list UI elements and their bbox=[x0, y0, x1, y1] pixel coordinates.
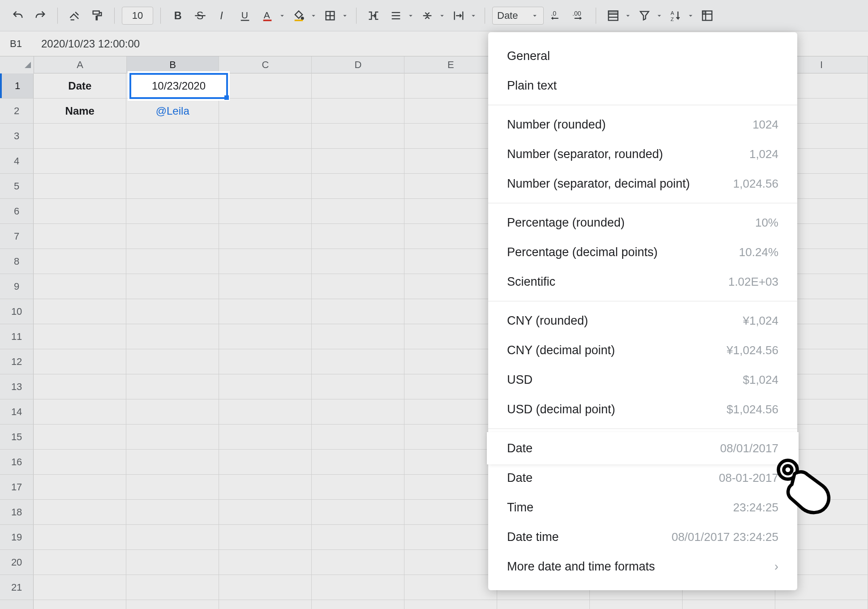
cell[interactable]: Name bbox=[34, 99, 126, 123]
cell[interactable] bbox=[404, 399, 497, 424]
format-menu-item[interactable]: Percentage (decimal points)10.24% bbox=[488, 237, 797, 267]
cell[interactable] bbox=[126, 199, 219, 223]
cell[interactable] bbox=[404, 575, 497, 600]
format-menu-item[interactable]: Percentage (rounded)10% bbox=[488, 208, 797, 237]
cell[interactable]: Date bbox=[34, 73, 126, 98]
cell[interactable] bbox=[34, 600, 126, 609]
cell[interactable] bbox=[312, 174, 404, 198]
cell[interactable] bbox=[34, 174, 126, 198]
cell[interactable] bbox=[404, 425, 497, 449]
format-painter-button[interactable] bbox=[87, 6, 107, 26]
cell[interactable] bbox=[404, 224, 497, 249]
cell[interactable] bbox=[590, 600, 683, 609]
cell[interactable] bbox=[219, 99, 312, 123]
cell[interactable] bbox=[219, 349, 312, 374]
cell[interactable] bbox=[34, 475, 126, 499]
col-header-E[interactable]: E bbox=[404, 56, 497, 73]
cell[interactable] bbox=[126, 224, 219, 249]
cell[interactable] bbox=[34, 425, 126, 449]
horizontal-align-button[interactable] bbox=[386, 6, 415, 26]
row-header[interactable]: 18 bbox=[0, 500, 34, 524]
clear-format-button[interactable] bbox=[65, 6, 85, 26]
cell[interactable] bbox=[126, 600, 219, 609]
cell[interactable] bbox=[34, 550, 126, 575]
cell[interactable] bbox=[312, 575, 404, 600]
row-header[interactable]: 22 bbox=[0, 600, 34, 609]
cell[interactable] bbox=[404, 525, 497, 549]
cell[interactable] bbox=[312, 425, 404, 449]
cell[interactable] bbox=[312, 149, 404, 173]
row-header[interactable]: 2 bbox=[0, 99, 34, 123]
cell[interactable] bbox=[126, 525, 219, 549]
row-header[interactable]: 9 bbox=[0, 274, 34, 299]
format-menu-item[interactable]: Number (separator, rounded)1,024 bbox=[488, 139, 797, 169]
format-menu-item[interactable]: Date08/01/2017 bbox=[488, 433, 797, 463]
cell[interactable] bbox=[219, 500, 312, 524]
cell[interactable] bbox=[219, 399, 312, 424]
row-header[interactable]: 1 bbox=[0, 73, 34, 98]
cell[interactable] bbox=[312, 450, 404, 474]
cell[interactable] bbox=[219, 550, 312, 575]
cell[interactable] bbox=[126, 324, 219, 349]
cell[interactable] bbox=[219, 224, 312, 249]
cell[interactable] bbox=[34, 349, 126, 374]
cell[interactable] bbox=[126, 274, 219, 299]
row-header[interactable]: 8 bbox=[0, 249, 34, 274]
row-header[interactable]: 7 bbox=[0, 224, 34, 249]
cell[interactable] bbox=[34, 399, 126, 424]
freeze-panes-button[interactable] bbox=[697, 6, 717, 26]
cell[interactable] bbox=[126, 374, 219, 399]
format-menu-item[interactable]: Plain text bbox=[488, 71, 797, 100]
cell[interactable] bbox=[126, 149, 219, 173]
cell[interactable] bbox=[312, 299, 404, 324]
cell[interactable] bbox=[34, 324, 126, 349]
cell[interactable] bbox=[404, 349, 497, 374]
format-menu-item[interactable]: USD$1,024 bbox=[488, 365, 797, 395]
merge-cells-button[interactable] bbox=[364, 6, 383, 26]
borders-button[interactable] bbox=[320, 6, 349, 26]
cell[interactable] bbox=[497, 600, 590, 609]
cell[interactable] bbox=[404, 274, 497, 299]
cell[interactable] bbox=[34, 274, 126, 299]
format-menu-item[interactable]: Number (rounded)1024 bbox=[488, 110, 797, 139]
format-menu-item[interactable]: CNY (rounded)¥1,024 bbox=[488, 306, 797, 335]
sort-button[interactable]: AZ bbox=[666, 6, 695, 26]
strikethrough-button[interactable]: S bbox=[190, 6, 210, 26]
cell[interactable] bbox=[34, 124, 126, 148]
font-size-input[interactable]: 10 bbox=[122, 7, 153, 25]
select-all-corner[interactable] bbox=[0, 56, 34, 73]
cell[interactable] bbox=[404, 99, 497, 123]
cell[interactable] bbox=[219, 324, 312, 349]
cell[interactable] bbox=[219, 249, 312, 274]
text-wrap-button[interactable] bbox=[449, 6, 477, 26]
cell[interactable] bbox=[126, 500, 219, 524]
cell[interactable] bbox=[219, 124, 312, 148]
col-header-B[interactable]: B bbox=[127, 56, 219, 73]
cell[interactable] bbox=[683, 600, 775, 609]
italic-button[interactable]: I bbox=[213, 6, 232, 26]
cell[interactable] bbox=[126, 399, 219, 424]
selected-cell[interactable]: 10/23/2020 bbox=[129, 73, 228, 99]
cell[interactable] bbox=[219, 274, 312, 299]
cell[interactable] bbox=[219, 600, 312, 609]
cell[interactable] bbox=[404, 550, 497, 575]
decrease-decimal-button[interactable]: .0 bbox=[546, 6, 566, 26]
cell[interactable] bbox=[312, 475, 404, 499]
format-menu-item[interactable]: Time23:24:25 bbox=[488, 493, 797, 522]
cell[interactable] bbox=[219, 174, 312, 198]
underline-button[interactable]: U bbox=[235, 6, 255, 26]
cell[interactable] bbox=[219, 525, 312, 549]
cell[interactable] bbox=[34, 374, 126, 399]
undo-button[interactable] bbox=[8, 6, 28, 26]
cell[interactable] bbox=[34, 500, 126, 524]
row-header[interactable]: 10 bbox=[0, 299, 34, 324]
cell[interactable] bbox=[404, 374, 497, 399]
cell[interactable] bbox=[312, 550, 404, 575]
row-header[interactable]: 12 bbox=[0, 349, 34, 374]
cell[interactable] bbox=[312, 73, 404, 98]
cell[interactable] bbox=[312, 124, 404, 148]
cell[interactable] bbox=[404, 600, 497, 609]
cell[interactable] bbox=[404, 249, 497, 274]
cell[interactable] bbox=[312, 525, 404, 549]
cell[interactable] bbox=[34, 149, 126, 173]
